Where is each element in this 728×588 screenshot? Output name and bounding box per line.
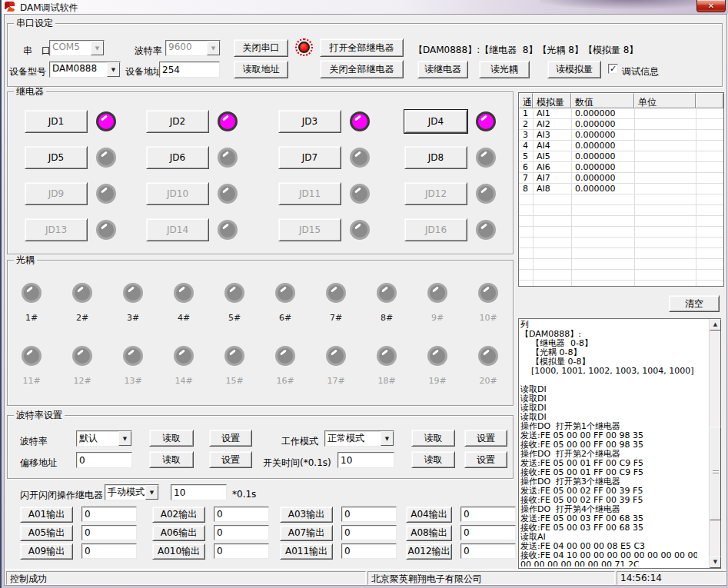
analog-output-input[interactable] — [214, 507, 269, 522]
debug-info-checkbox[interactable]: ✓ — [608, 64, 618, 74]
titlebar[interactable]: DAM调试软件 ✕ — [2, 0, 728, 14]
debug-info-label: 调试信息 — [622, 65, 659, 78]
scrollbar-thumb[interactable] — [710, 427, 721, 520]
header-unit[interactable]: 单位 — [634, 93, 696, 108]
arrow-up-icon[interactable]: ▲ — [710, 319, 721, 331]
port-select[interactable]: COM5 ▼ — [49, 40, 105, 56]
switch-set-button[interactable]: 设置 — [464, 451, 507, 468]
opto-indicator-light — [377, 346, 397, 366]
open-all-relays-button[interactable]: 打开全部继电器 — [320, 38, 404, 57]
read-relays-button[interactable]: 读继电器 — [417, 61, 468, 78]
read-address-button[interactable]: 读取地址 — [234, 61, 288, 78]
analog-output-button[interactable]: A01输出 — [20, 507, 73, 523]
chevron-down-icon[interactable]: ▼ — [107, 62, 120, 77]
table-row[interactable]: 2 AI2 0.000000 — [519, 119, 723, 130]
table-row[interactable]: 7 AI7 0.000000 — [519, 173, 723, 184]
analog-output-button[interactable]: A03输出 — [280, 507, 333, 523]
analog-output-input[interactable] — [81, 543, 137, 559]
analog-output-input[interactable] — [214, 525, 269, 540]
baud-set-button[interactable]: 设置 — [209, 430, 252, 447]
analog-output-input[interactable] — [460, 507, 516, 522]
baud-setting-select[interactable]: 默认 ▼ — [76, 430, 132, 447]
analog-output-input[interactable] — [81, 525, 137, 540]
relay-button[interactable]: JD14 — [146, 218, 209, 241]
relay-button[interactable]: JD13 — [25, 218, 88, 241]
relay-button[interactable]: JD1 — [25, 110, 88, 133]
relay-button[interactable]: JD12 — [404, 182, 467, 205]
opto-cell: 18# — [361, 346, 412, 386]
offset-read-button[interactable]: 读取 — [149, 451, 194, 468]
relay-button[interactable]: JD4 — [404, 110, 467, 133]
close-all-relays-button[interactable]: 关闭全部继电器 — [320, 60, 404, 78]
arrow-down-icon[interactable]: ▼ — [710, 556, 721, 568]
analog-output-button[interactable]: A04输出 — [406, 507, 452, 523]
work-mode-select[interactable]: 正常模式 ▼ — [324, 430, 394, 447]
analog-output-button[interactable]: A010输出 — [152, 543, 205, 560]
relay-button[interactable]: JD6 — [146, 146, 209, 169]
analog-output-input[interactable] — [460, 525, 516, 540]
table-row[interactable]: 5 AI5 0.000000 — [519, 151, 723, 162]
relay-button[interactable]: JD16 — [404, 218, 467, 241]
chevron-down-icon[interactable]: ▼ — [381, 431, 394, 446]
header-extra[interactable] — [696, 93, 723, 108]
baud-select[interactable]: 9600 ▼ — [165, 40, 221, 56]
header-channel[interactable]: 通 — [519, 93, 533, 108]
analog-output-button[interactable]: A08输出 — [406, 525, 452, 541]
analog-output-button[interactable]: A011输出 — [280, 543, 333, 560]
relay-button[interactable]: JD10 — [146, 182, 209, 205]
opto-indicator-light — [427, 346, 447, 366]
chevron-down-icon[interactable]: ▼ — [207, 41, 220, 55]
header-analog[interactable]: 模拟量 — [533, 93, 571, 108]
serial-status-light — [298, 42, 310, 53]
analog-output-input[interactable] — [214, 543, 269, 559]
switch-time-input[interactable] — [337, 452, 394, 468]
table-row[interactable]: 3 AI3 0.000000 — [519, 130, 723, 141]
log-panel[interactable]: 列 【DAM0888】: 【继电器 0-8】 【光耦 0-8】 【模拟量 0-8… — [518, 318, 721, 569]
relay-button[interactable]: JD11 — [278, 182, 341, 205]
device-address-input[interactable] — [159, 61, 220, 78]
model-select[interactable]: DAM0888 ▼ — [49, 61, 121, 78]
table-row[interactable]: 1 AI1 0.000000 — [519, 108, 723, 119]
close-icon[interactable]: ✕ — [696, 0, 726, 12]
analog-output-button[interactable]: A09输出 — [20, 543, 73, 560]
analog-output-input[interactable] — [341, 543, 397, 559]
analog-output-input[interactable] — [341, 525, 397, 540]
relay-button[interactable]: JD7 — [278, 146, 341, 169]
relay-button[interactable]: JD2 — [146, 110, 209, 133]
analog-output-button[interactable]: A05输出 — [20, 525, 73, 541]
flash-mode-select[interactable]: 手动模式 ▼ — [105, 484, 159, 500]
relay-button[interactable]: JD8 — [404, 146, 467, 169]
analog-output-input[interactable] — [341, 507, 397, 522]
read-analog-button[interactable]: 读模拟量 — [547, 61, 601, 78]
close-port-button[interactable]: 关闭串口 — [234, 39, 288, 57]
switch-read-button[interactable]: 读取 — [411, 451, 455, 468]
analog-output-button[interactable]: A06输出 — [152, 525, 205, 541]
relay-button[interactable]: JD3 — [278, 110, 341, 133]
offset-set-button[interactable]: 设置 — [209, 451, 252, 468]
mode-set-button[interactable]: 设置 — [464, 430, 507, 447]
flash-time-input[interactable] — [171, 484, 227, 500]
header-value[interactable]: 数值 — [571, 93, 634, 108]
clear-log-button[interactable]: 清空 — [669, 295, 720, 312]
read-opto-button[interactable]: 读光耦 — [479, 61, 530, 78]
table-row[interactable]: 4 AI4 0.000000 — [519, 141, 723, 151]
relay-button[interactable]: JD5 — [25, 146, 88, 169]
relay-button[interactable]: JD9 — [25, 182, 88, 205]
table-row[interactable]: 6 AI6 0.000000 — [519, 162, 723, 173]
analog-output-button[interactable]: A07输出 — [280, 525, 333, 541]
mode-read-button[interactable]: 读取 — [411, 430, 455, 447]
baud-read-button[interactable]: 读取 — [149, 430, 194, 447]
offset-address-input[interactable] — [76, 452, 132, 468]
relay-button[interactable]: JD15 — [278, 218, 341, 241]
address-label: 设备地址 — [125, 65, 162, 78]
chevron-down-icon[interactable]: ▼ — [91, 41, 104, 55]
chevron-down-icon[interactable]: ▼ — [118, 431, 131, 446]
log-scrollbar[interactable]: ▲ ▼ — [709, 319, 720, 568]
analog-output-button[interactable]: A012输出 — [406, 543, 452, 560]
analog-output-input[interactable] — [460, 543, 516, 559]
chevron-down-icon[interactable]: ▼ — [145, 485, 158, 500]
analog-output-input[interactable] — [81, 507, 137, 522]
group-label-opto: 光耦 — [14, 255, 37, 265]
table-row[interactable]: 8 AI8 0.000000 — [519, 184, 723, 194]
analog-output-button[interactable]: A02输出 — [152, 507, 205, 523]
